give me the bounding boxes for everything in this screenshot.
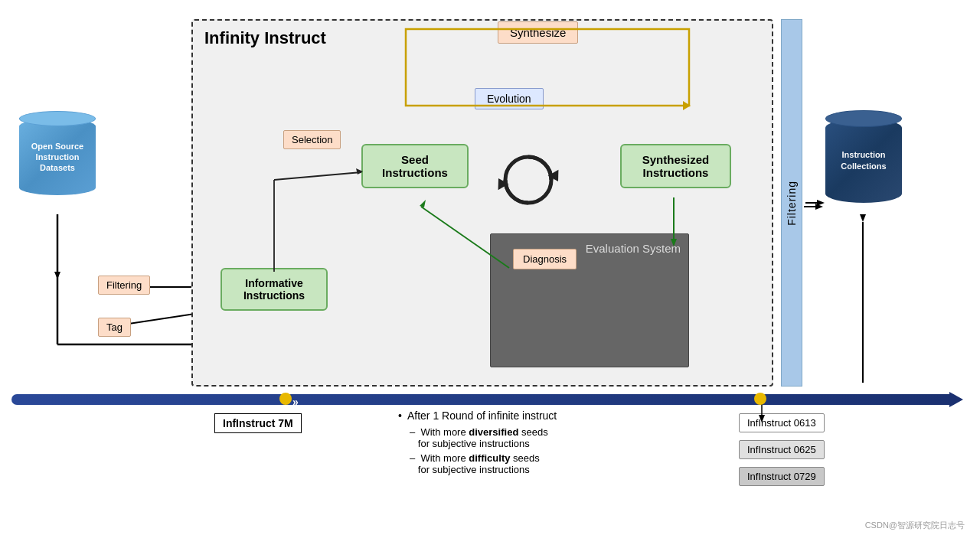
timeline-dot-2: [754, 393, 766, 405]
timeline-bar: [11, 394, 957, 405]
synthesized-instructions-box: Synthesized Instructions: [620, 144, 731, 188]
inflinst-0625-box: InfInstruct 0625: [739, 440, 825, 459]
open-source-cylinder: Open SourceInstructionDatasets: [15, 107, 100, 207]
inflinst-0613-box: InfInstruct 0613: [739, 413, 825, 432]
infinity-title: Infinity Instruct: [204, 28, 326, 48]
bullet-3: – With more difficulty seeds for subject…: [410, 452, 557, 475]
selection-box: Selection: [283, 130, 341, 149]
timeline-arrow: [949, 392, 963, 407]
seed-instructions-box: Seed Instructions: [361, 144, 469, 188]
timeline-dot-1: [279, 393, 292, 405]
svg-marker-1: [54, 272, 60, 279]
main-container: Infinity Instruct Open SourceInstruction…: [8, 8, 972, 535]
informative-instructions-box: Informative Instructions: [220, 268, 328, 311]
cylinder-top: [19, 111, 96, 126]
inflinst-7m-box: InfInstruct 7M: [214, 413, 302, 433]
bullet-section: • After 1 Round of infinite instruct – W…: [398, 409, 557, 475]
filtering-bar: Filtering: [781, 19, 802, 387]
timeline-row: »: [8, 390, 965, 406]
inst-cylinder-body: InstructionCollections: [825, 119, 902, 203]
evolution-box: Evolution: [475, 88, 544, 109]
diagnosis-box: Diagnosis: [513, 249, 577, 269]
cylinder-body: Open SourceInstructionDatasets: [19, 119, 96, 195]
svg-marker-29: [860, 214, 866, 222]
instruction-collections-label: InstructionCollections: [837, 149, 890, 173]
filtering-box-left: Filtering: [98, 276, 150, 295]
watermark: CSDN@智源研究院日志号: [865, 520, 965, 531]
bullet-2: – With more diversified seeds for subjec…: [410, 426, 557, 449]
inflinst-0729-box: InfInstruct 0729: [739, 467, 825, 486]
instruction-collections-cylinder: InstructionCollections: [822, 107, 906, 214]
filtering-bar-label: Filtering: [786, 181, 798, 226]
evaluation-system-label: Evaluation System: [586, 242, 681, 255]
inst-cylinder-top: [825, 110, 902, 127]
bullet-1: • After 1 Round of infinite instruct: [398, 409, 557, 422]
timeline-chevron: »: [292, 396, 299, 408]
tag-box: Tag: [98, 318, 131, 337]
open-source-label: Open SourceInstructionDatasets: [28, 141, 87, 174]
synthesize-box: Synthesize: [498, 21, 578, 44]
